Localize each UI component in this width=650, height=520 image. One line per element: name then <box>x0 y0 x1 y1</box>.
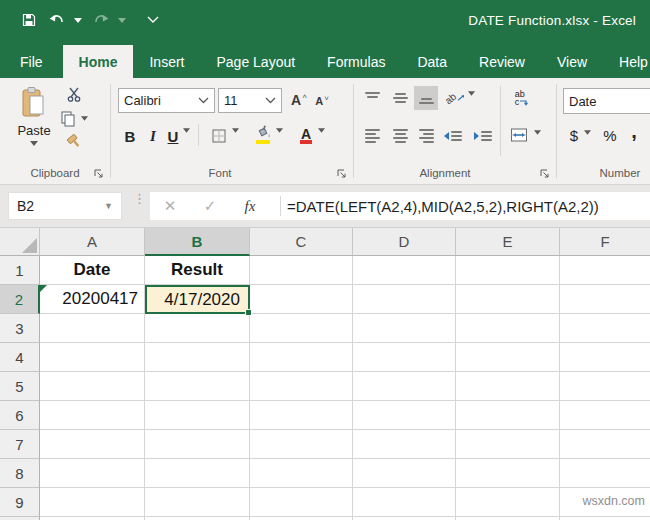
redo-button[interactable] <box>90 8 112 32</box>
row-header-9[interactable]: 9 <box>0 488 40 517</box>
bottom-align-button[interactable] <box>414 86 438 110</box>
font-name-select[interactable]: Calibri <box>118 88 215 113</box>
cell[interactable] <box>456 343 560 372</box>
cell[interactable] <box>353 314 456 343</box>
cell-d1[interactable] <box>353 256 456 285</box>
number-format-select[interactable]: Date <box>563 88 650 114</box>
cell[interactable] <box>250 459 353 488</box>
merge-center-button[interactable] <box>506 122 532 148</box>
orientation-button[interactable]: ab <box>444 86 466 110</box>
save-button[interactable] <box>18 8 40 32</box>
cell[interactable] <box>145 343 250 372</box>
cell-b1[interactable]: Result <box>145 256 250 285</box>
orientation-dropdown[interactable] <box>468 91 475 96</box>
cell[interactable] <box>145 314 250 343</box>
cell[interactable] <box>145 401 250 430</box>
cell[interactable] <box>456 459 560 488</box>
decrease-indent-button[interactable] <box>440 124 466 148</box>
cell[interactable] <box>40 343 145 372</box>
cell[interactable] <box>456 401 560 430</box>
cell[interactable] <box>145 459 250 488</box>
cell[interactable] <box>353 488 456 517</box>
accounting-format-button[interactable]: $ <box>566 122 582 148</box>
cell[interactable] <box>456 314 560 343</box>
wrap-text-button[interactable]: ab c <box>508 86 536 110</box>
middle-align-button[interactable] <box>388 86 412 110</box>
row-header-2[interactable]: 2 <box>0 285 40 314</box>
font-color-button[interactable]: A <box>296 122 316 148</box>
percent-style-button[interactable]: % <box>600 122 620 148</box>
formula-input[interactable]: =DATE(LEFT(A2,4),MID(A2,5,2),RIGHT(A2,2)… <box>287 198 599 215</box>
row-header-7[interactable]: 7 <box>0 430 40 459</box>
row-header-6[interactable]: 6 <box>0 401 40 430</box>
underline-dropdown[interactable] <box>183 128 190 133</box>
cell[interactable] <box>560 459 650 488</box>
tab-home[interactable]: Home <box>63 45 134 78</box>
cell[interactable] <box>250 372 353 401</box>
increase-indent-button[interactable] <box>470 124 496 148</box>
insert-function-button[interactable]: fx <box>230 192 270 220</box>
column-header-b[interactable]: B <box>145 228 250 256</box>
cell-f1[interactable] <box>560 256 650 285</box>
cell[interactable] <box>560 343 650 372</box>
clipboard-dialog-launcher[interactable] <box>92 167 105 180</box>
font-size-select[interactable]: 11 <box>218 88 282 113</box>
cell[interactable] <box>40 459 145 488</box>
cell[interactable] <box>560 314 650 343</box>
cell[interactable] <box>40 314 145 343</box>
alignment-dialog-launcher[interactable] <box>538 167 551 180</box>
font-dialog-launcher[interactable] <box>335 167 348 180</box>
column-header-c[interactable]: C <box>250 228 353 256</box>
cell[interactable] <box>560 430 650 459</box>
cell[interactable] <box>560 401 650 430</box>
customize-qat-button[interactable] <box>142 8 164 32</box>
cell[interactable] <box>145 430 250 459</box>
tab-data[interactable]: Data <box>401 45 463 78</box>
cell-b2-active[interactable]: 4/17/2020 <box>145 285 250 314</box>
enter-button[interactable]: ✓ <box>190 192 230 220</box>
undo-dropdown[interactable] <box>74 8 84 32</box>
italic-button[interactable]: I <box>144 124 162 148</box>
borders-dropdown[interactable] <box>232 128 239 133</box>
cell-c2[interactable] <box>250 285 353 314</box>
row-header-5[interactable]: 5 <box>0 372 40 401</box>
increase-font-size-button[interactable]: A˄ <box>288 88 310 112</box>
tab-formulas[interactable]: Formulas <box>311 45 401 78</box>
cell[interactable] <box>353 459 456 488</box>
decrease-font-size-button[interactable]: A˅ <box>312 90 332 112</box>
cut-button[interactable] <box>60 86 88 103</box>
align-center-button[interactable] <box>388 124 412 148</box>
format-painter-button[interactable] <box>60 134 88 151</box>
cell[interactable] <box>456 430 560 459</box>
cell[interactable] <box>353 343 456 372</box>
cancel-button[interactable]: ✕ <box>150 192 190 220</box>
tab-view[interactable]: View <box>541 45 603 78</box>
cell-c1[interactable] <box>250 256 353 285</box>
borders-button[interactable] <box>208 124 230 148</box>
top-align-button[interactable] <box>360 86 384 110</box>
column-header-a[interactable]: A <box>40 228 145 256</box>
cell[interactable] <box>456 488 560 517</box>
name-box-dropdown-icon[interactable]: ▼ <box>104 201 113 211</box>
cell[interactable] <box>560 372 650 401</box>
font-color-dropdown[interactable] <box>318 128 325 133</box>
column-header-e[interactable]: E <box>456 228 560 256</box>
tab-review[interactable]: Review <box>463 45 541 78</box>
row-header-4[interactable]: 4 <box>0 343 40 372</box>
cell[interactable] <box>250 488 353 517</box>
paste-button[interactable]: Paste <box>12 86 56 164</box>
cell[interactable] <box>40 488 145 517</box>
cell[interactable] <box>456 372 560 401</box>
cell[interactable] <box>250 314 353 343</box>
cell[interactable] <box>40 430 145 459</box>
tab-page-layout[interactable]: Page Layout <box>200 45 311 78</box>
select-all-button[interactable] <box>0 228 40 256</box>
cell[interactable] <box>40 372 145 401</box>
cell-e1[interactable] <box>456 256 560 285</box>
cell[interactable] <box>353 430 456 459</box>
name-box[interactable]: B2 ▼ <box>8 192 122 220</box>
cell-e2[interactable] <box>456 285 560 314</box>
row-header-8[interactable]: 8 <box>0 459 40 488</box>
underline-button[interactable]: U <box>164 124 182 148</box>
column-header-d[interactable]: D <box>353 228 456 256</box>
